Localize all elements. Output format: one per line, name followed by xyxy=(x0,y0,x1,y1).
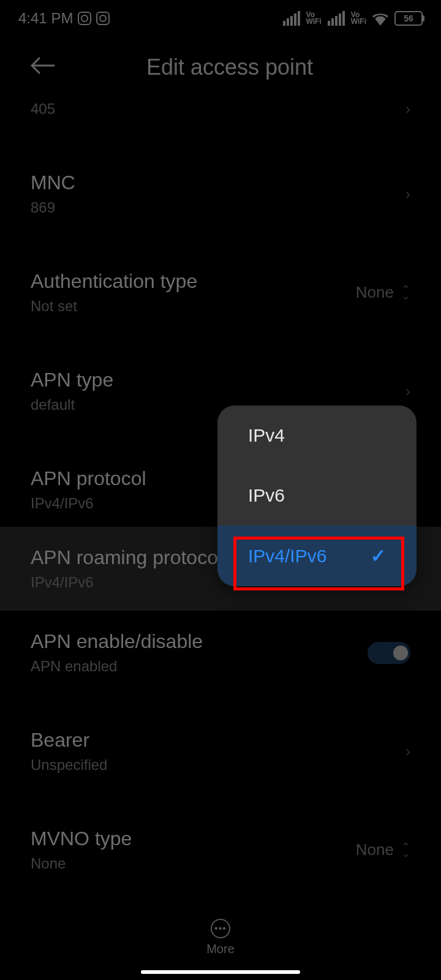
setting-value: IPv4/IPv6 xyxy=(31,574,222,591)
chevron-right-icon: › xyxy=(405,186,410,203)
status-bar: 4:41 PM VoWiFi VoWiFi 56 xyxy=(0,0,441,37)
setting-value: None xyxy=(31,855,132,872)
setting-label: APN roaming protocol xyxy=(31,546,222,569)
chevron-right-icon: › xyxy=(405,100,410,118)
setting-row-mcc[interactable]: 405 › xyxy=(0,98,441,132)
vowifi-label-1: VoWiFi xyxy=(306,12,322,25)
battery-icon: 56 xyxy=(394,11,423,26)
setting-value: APN enabled xyxy=(31,658,203,675)
signal-icon-1 xyxy=(283,11,300,26)
dropdown-menu: IPv4 IPv6 IPv4/IPv6 ✓ xyxy=(217,405,417,586)
vowifi-label-2: VoWiFi xyxy=(351,12,366,25)
setting-label: APN enable/disable xyxy=(31,630,203,653)
setting-row-auth-type[interactable]: Authentication type Not set None ⌃⌄ xyxy=(0,255,441,330)
setting-label: Bearer xyxy=(31,729,107,752)
toggle-apn-enable[interactable] xyxy=(368,642,410,664)
setting-row-apn-enable[interactable]: APN enable/disable APN enabled xyxy=(0,611,441,690)
dropdown-item-label: IPv4 xyxy=(248,425,285,446)
setting-row-mvno-type[interactable]: MVNO type None None ⌃⌄ xyxy=(0,813,441,887)
setting-label: Authentication type xyxy=(31,270,197,293)
page-title: Edit access point xyxy=(49,55,410,80)
check-icon: ✓ xyxy=(371,545,386,567)
setting-value: Not set xyxy=(31,298,197,315)
chevron-right-icon: › xyxy=(405,383,410,400)
updown-icon: ⌃⌄ xyxy=(401,844,410,856)
status-time: 4:41 PM xyxy=(18,10,73,27)
setting-value: Unspecified xyxy=(31,756,107,774)
instagram-icon xyxy=(78,12,91,25)
signal-icon-2 xyxy=(328,11,345,26)
more-label[interactable]: More xyxy=(206,942,235,956)
updown-icon: ⌃⌄ xyxy=(401,287,410,299)
setting-label: APN protocol xyxy=(31,467,146,490)
chevron-right-icon: › xyxy=(405,743,410,760)
setting-value: 869 xyxy=(31,199,75,216)
dropdown-item-ipv4[interactable]: IPv4 xyxy=(217,405,417,466)
setting-right-value: None xyxy=(356,283,394,302)
setting-value: default xyxy=(31,396,113,413)
instagram-icon xyxy=(96,12,110,25)
setting-right-value: None xyxy=(356,840,394,859)
dropdown-item-ipv6[interactable]: IPv6 xyxy=(217,466,417,526)
setting-label: MVNO type xyxy=(31,827,132,850)
setting-row-bearer[interactable]: Bearer Unspecified › xyxy=(0,714,441,788)
header: Edit access point xyxy=(0,37,441,98)
bottom-toolbar: ••• More xyxy=(0,894,441,980)
setting-value: 405 xyxy=(31,100,55,118)
setting-value: IPv4/IPv6 xyxy=(31,495,146,512)
more-icon[interactable]: ••• xyxy=(211,919,230,938)
dropdown-item-label: IPv4/IPv6 xyxy=(248,546,326,567)
setting-label: MNC xyxy=(31,172,75,194)
dropdown-item-label: IPv6 xyxy=(248,485,285,506)
dropdown-item-ipv4ipv6[interactable]: IPv4/IPv6 ✓ xyxy=(217,526,417,586)
setting-label: APN type xyxy=(31,369,113,391)
wifi-icon xyxy=(372,12,388,24)
setting-row-mnc[interactable]: MNC 869 › xyxy=(0,157,441,231)
home-indicator[interactable] xyxy=(141,970,300,974)
